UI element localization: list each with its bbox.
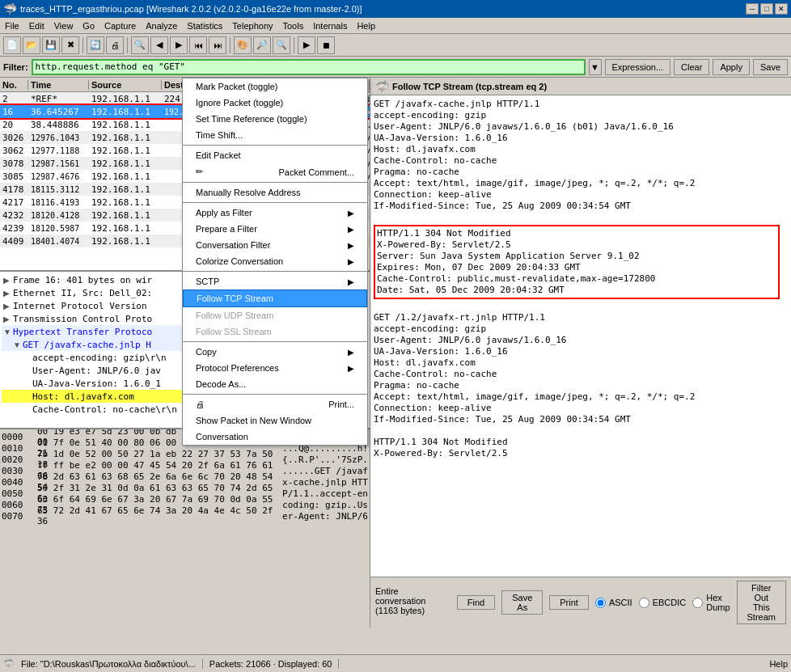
- detail-text: accept-encoding: gzip\r\n: [32, 353, 167, 363]
- print-button[interactable]: 🖨: [106, 36, 124, 54]
- detail-text: Internet Protocol Version: [13, 301, 147, 311]
- clear-button[interactable]: Clear: [674, 59, 709, 75]
- menu-analyze[interactable]: Analyze: [141, 19, 182, 32]
- close-button[interactable]: ✕: [775, 3, 788, 15]
- ctx-conversation[interactable]: Conversation: [183, 429, 367, 445]
- reload-button[interactable]: 🔄: [87, 36, 104, 54]
- hex-dump-radio[interactable]: [692, 598, 703, 608]
- stream-line: Server: Sun Java System Application Serv…: [377, 251, 776, 262]
- filter-out-button[interactable]: Filter Out This Stream: [737, 581, 786, 624]
- stop-capture-button[interactable]: ⏹: [317, 36, 335, 54]
- menu-internals[interactable]: Internals: [308, 19, 352, 32]
- ctx-item-label: SCTP: [196, 277, 219, 286]
- apply-button[interactable]: Apply: [713, 59, 750, 75]
- ctx-mark-packet[interactable]: Mark Packet (toggle): [183, 78, 367, 95]
- ctx-time-reference[interactable]: Set Time Reference (toggle): [183, 111, 367, 127]
- next-button[interactable]: ▶: [170, 36, 188, 54]
- pencil-icon: ✏: [196, 167, 203, 177]
- menu-help[interactable]: Help: [352, 19, 380, 32]
- detail-text: UA-Java-Version: 1.6.0_1: [32, 378, 161, 389]
- menu-edit[interactable]: Edit: [24, 19, 49, 32]
- dropdown-button[interactable]: ▼: [589, 59, 602, 75]
- stream-line: X-Powered-By: Servlet/2.5: [377, 239, 776, 251]
- new-file-button[interactable]: 📄: [3, 36, 21, 54]
- save-as-button[interactable]: Save As: [501, 590, 543, 615]
- expand-icon: ▶: [3, 276, 13, 285]
- last-button[interactable]: ⏭: [209, 36, 226, 54]
- menu-telephony[interactable]: Telephony: [227, 19, 277, 32]
- menu-tools[interactable]: Tools: [278, 19, 309, 32]
- save-button[interactable]: Save: [753, 59, 788, 75]
- entire-conversation-label: Entire conversation (1163 bytes): [375, 586, 450, 615]
- ctx-conversation-filter[interactable]: Conversation Filter ▶: [183, 237, 367, 253]
- ctx-item-label: Follow SSL Stream: [196, 327, 272, 336]
- ctx-copy[interactable]: Copy ▶: [183, 344, 367, 360]
- menu-file[interactable]: File: [0, 19, 24, 32]
- detail-text: Cache-Control: no-cache\r\n: [32, 404, 177, 415]
- colorize-button[interactable]: 🎨: [234, 36, 252, 54]
- hex-ascii: coding: gzip..Us: [282, 500, 368, 510]
- ctx-item-label: Prepare a Filter: [196, 224, 257, 234]
- ctx-follow-ssl[interactable]: Follow SSL Stream: [183, 323, 367, 340]
- menu-capture[interactable]: Capture: [99, 19, 141, 32]
- ctx-print[interactable]: 🖨 Print...: [183, 396, 367, 412]
- ascii-radio[interactable]: [595, 598, 606, 608]
- ctx-edit-packet[interactable]: Edit Packet: [183, 147, 367, 163]
- ascii-radio-group: ASCII: [595, 598, 632, 608]
- ctx-prepare-filter[interactable]: Prepare a Filter ▶: [183, 221, 367, 237]
- menu-go[interactable]: Go: [78, 19, 99, 32]
- ebcdic-radio-group: EBCDIC: [639, 598, 687, 608]
- ctx-follow-tcp[interactable]: Follow TCP Stream: [183, 290, 367, 307]
- ctx-colorize-conv[interactable]: Colorize Conversation ▶: [183, 253, 367, 269]
- ctx-apply-filter[interactable]: Apply as Filter ▶: [183, 205, 367, 221]
- ctx-item-label: Follow UDP Stream: [196, 311, 273, 320]
- find-button[interactable]: Find: [457, 595, 495, 610]
- ctx-time-shift[interactable]: Time Shift...: [183, 127, 367, 143]
- open-file-button[interactable]: 📂: [23, 36, 40, 54]
- ctx-manually-resolve[interactable]: Manually Resolve Address: [183, 184, 367, 201]
- ctx-item-label: Conversation: [196, 432, 248, 442]
- ebcdic-radio[interactable]: [639, 598, 649, 608]
- ctx-item-label: Copy: [196, 347, 217, 357]
- ctx-decode-as[interactable]: Decode As...: [183, 376, 367, 392]
- maximize-button[interactable]: □: [760, 3, 773, 15]
- status-file: File: "D:\Rouskas\Πρωτοκολλα διαδικτύου\…: [21, 659, 203, 669]
- status-bar: 🦈 File: "D:\Rouskas\Πρωτοκολλα διαδικτύο…: [0, 654, 791, 672]
- stream-content: GET /javafx-cache.jnlp HTTP/1.1 accept-e…: [370, 95, 791, 577]
- prev-button[interactable]: ◀: [150, 36, 168, 54]
- menu-statistics[interactable]: Statistics: [182, 19, 227, 32]
- stream-line: Host: dl.javafx.com: [374, 144, 788, 155]
- start-capture-button[interactable]: ▶: [298, 36, 315, 54]
- menu-view[interactable]: View: [49, 19, 78, 32]
- stream-line: UA-Java-Version: 1.6.0_16: [374, 346, 788, 357]
- ctx-separator: [183, 394, 367, 395]
- hex-offset: 0030: [2, 466, 34, 476]
- ctx-separator: [183, 182, 367, 183]
- zoom-out-button[interactable]: 🔍: [273, 36, 290, 54]
- detail-text: Hypertext Transfer Protoco: [13, 327, 152, 337]
- filter-bar: Filter: ▼ Expression... Clear Apply Save: [0, 57, 791, 78]
- ctx-show-new-window[interactable]: Show Packet in New Window: [183, 412, 367, 429]
- ctx-ignore-packet[interactable]: Ignore Packet (toggle): [183, 95, 367, 111]
- hex-dump-label: Hex Dump: [706, 593, 730, 612]
- stream-line: X-Powered-By: Servlet/2.5: [374, 448, 788, 459]
- main-area: No. Time Source Destination Protocol Len…: [0, 78, 791, 628]
- ctx-item-label: Mark Packet (toggle): [196, 82, 277, 91]
- expression-button[interactable]: Expression...: [605, 59, 671, 75]
- first-button[interactable]: ⏮: [189, 36, 207, 54]
- submenu-arrow-icon: ▶: [348, 257, 354, 266]
- ctx-follow-udp[interactable]: Follow UDP Stream: [183, 307, 367, 323]
- stream-title-text: Follow TCP Stream (tcp.stream eq 2): [392, 82, 547, 91]
- minimize-button[interactable]: ─: [746, 3, 759, 15]
- print-button[interactable]: Print: [549, 595, 589, 610]
- ctx-protocol-prefs[interactable]: Protocol Preferences ▶: [183, 360, 367, 376]
- stream-line: Cache-Control: no-cache: [374, 369, 788, 380]
- zoom-in-button[interactable]: 🔎: [253, 36, 271, 54]
- save-file-button[interactable]: 💾: [42, 36, 60, 54]
- submenu-arrow-icon: ▶: [348, 225, 354, 234]
- close-file-button[interactable]: ✖: [61, 36, 79, 54]
- ctx-packet-comment[interactable]: ✏ Packet Comment...: [183, 163, 367, 180]
- find-button[interactable]: 🔍: [131, 36, 149, 54]
- filter-input[interactable]: [32, 59, 586, 75]
- ctx-sctp[interactable]: SCTP ▶: [183, 273, 367, 290]
